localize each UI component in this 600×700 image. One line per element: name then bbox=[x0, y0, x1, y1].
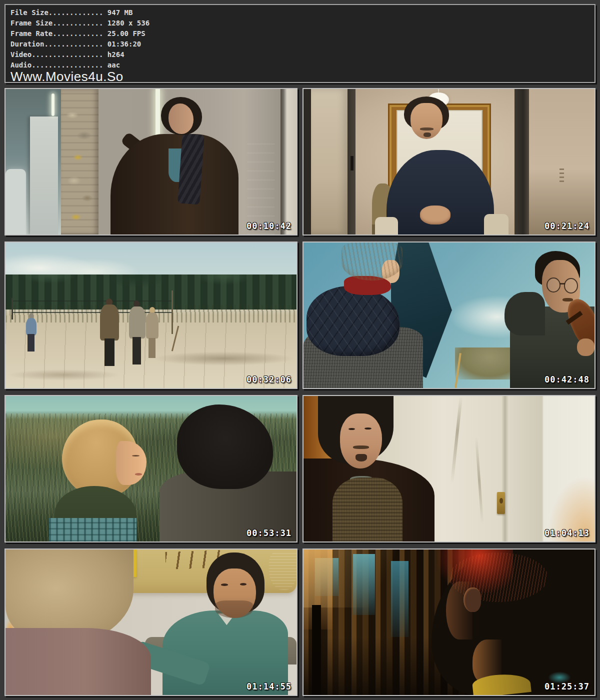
timestamp-overlay: 00:42:48 bbox=[544, 374, 590, 384]
scene-table-talk bbox=[6, 550, 296, 695]
movie-screenshot-6: 01:04:13 bbox=[302, 395, 596, 542]
plaid-jacket bbox=[49, 518, 136, 542]
knit-beanie bbox=[342, 242, 402, 280]
clasped-hands bbox=[420, 206, 450, 224]
info-line-duration: Duration.............. 01:36:20 bbox=[10, 39, 594, 50]
marble-vein bbox=[450, 396, 462, 483]
loft-dark-shelf bbox=[247, 140, 274, 234]
woman-lips bbox=[135, 473, 142, 476]
man-face bbox=[168, 104, 194, 134]
timestamp-overlay: 00:53:31 bbox=[246, 528, 292, 538]
man-mustache bbox=[353, 446, 369, 449]
armchair-right bbox=[484, 214, 508, 234]
tapestry-red-shape bbox=[269, 551, 296, 590]
keyhole bbox=[500, 498, 503, 504]
quilted-hood bbox=[306, 286, 400, 356]
info-line-frame-rate: Frame Rate............ 25.00 FPS bbox=[10, 28, 594, 39]
violinist-hand bbox=[577, 338, 594, 356]
left-glass-panel bbox=[311, 89, 348, 234]
movie-screenshot-8: 01:25:37 bbox=[302, 548, 596, 696]
loft-brick-column bbox=[61, 89, 99, 234]
man-brown-legs bbox=[104, 338, 114, 366]
timestamp-overlay: 01:14:55 bbox=[246, 682, 292, 692]
light-beam bbox=[304, 550, 434, 608]
info-line-file-size: File Size............. 947 MB bbox=[10, 8, 594, 18]
movie-screenshot-7: 01:14:55 bbox=[4, 548, 298, 696]
right-wall bbox=[529, 89, 594, 234]
woman-legs bbox=[148, 338, 156, 358]
man-right-eye bbox=[364, 428, 372, 430]
wall-shadow bbox=[502, 396, 509, 542]
man-gray-legs bbox=[132, 337, 141, 364]
man-gray-body bbox=[129, 306, 146, 338]
scene-beach bbox=[6, 242, 296, 388]
scene-violin bbox=[304, 242, 594, 388]
ear bbox=[464, 588, 481, 612]
scene-interview bbox=[304, 89, 594, 234]
screenshot-collage-page: File Size............. 947 MB Frame Size… bbox=[0, 0, 600, 700]
glasses-left-lens bbox=[546, 278, 560, 293]
man-goatee bbox=[424, 132, 431, 137]
man-goatee bbox=[356, 454, 367, 462]
timestamp-overlay: 00:32:06 bbox=[246, 374, 292, 384]
movie-screenshot-3: 00:32:06 bbox=[4, 242, 298, 389]
site-watermark: Www.Movies4u.So bbox=[10, 70, 594, 83]
screenshot-grid: 00:10:42 bbox=[4, 88, 596, 696]
timestamp-overlay: 01:04:13 bbox=[544, 528, 590, 538]
loft-stairs bbox=[6, 169, 26, 234]
scene-hallway bbox=[304, 396, 594, 542]
person-left-legs bbox=[28, 334, 34, 352]
man-right-eye bbox=[240, 583, 247, 586]
movie-screenshot-4: 00:42:48 bbox=[302, 242, 596, 389]
timestamp-overlay: 00:10:42 bbox=[246, 221, 292, 231]
door-handle bbox=[350, 156, 354, 170]
man-brown-coat bbox=[100, 304, 119, 341]
info-line-frame-size: Frame Size............ 1280 x 536 bbox=[10, 18, 594, 28]
loft-right-doorway bbox=[280, 89, 296, 234]
violinist-hood bbox=[504, 292, 545, 336]
media-info-panel: File Size............. 947 MB Frame Size… bbox=[4, 4, 596, 83]
scene-dark-room bbox=[304, 550, 594, 695]
man-stubble bbox=[215, 600, 253, 618]
scene-loft bbox=[6, 89, 296, 234]
net-pole-right bbox=[172, 290, 173, 334]
man-knit-sweater bbox=[332, 478, 402, 542]
woman-shoulder-foreground bbox=[6, 628, 151, 695]
armchair-left bbox=[375, 217, 398, 234]
glasses-bridge bbox=[560, 283, 564, 284]
man-mustache bbox=[420, 128, 434, 130]
movie-screenshot-1: 00:10:42 bbox=[4, 88, 298, 236]
right-door-frame bbox=[514, 89, 529, 234]
loft-white-panel bbox=[30, 116, 58, 234]
wall-marks bbox=[560, 168, 564, 182]
man-left-eye bbox=[221, 584, 228, 586]
scene-dune-profile bbox=[6, 396, 296, 542]
timestamp-overlay: 00:21:24 bbox=[544, 221, 590, 231]
timestamp-overlay: 01:25:37 bbox=[544, 682, 590, 692]
movie-screenshot-2: 00:21:24 bbox=[302, 88, 596, 236]
marble-vein-2 bbox=[475, 437, 484, 524]
loft-light-strip-left bbox=[52, 94, 54, 116]
info-line-video: Video................. h264 bbox=[10, 50, 594, 60]
net-pole-left bbox=[12, 298, 13, 320]
movie-screenshot-5: 00:53:31 bbox=[4, 395, 298, 542]
left-door-frame bbox=[304, 89, 311, 234]
person-left-body bbox=[26, 318, 36, 336]
woman-body bbox=[146, 312, 159, 338]
volleyball-net bbox=[12, 300, 173, 313]
